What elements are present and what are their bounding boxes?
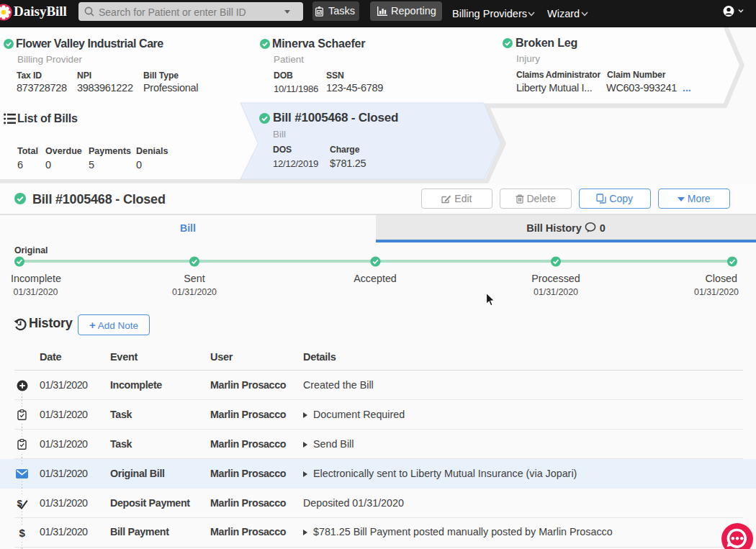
svg-text:$: $ bbox=[19, 527, 25, 539]
